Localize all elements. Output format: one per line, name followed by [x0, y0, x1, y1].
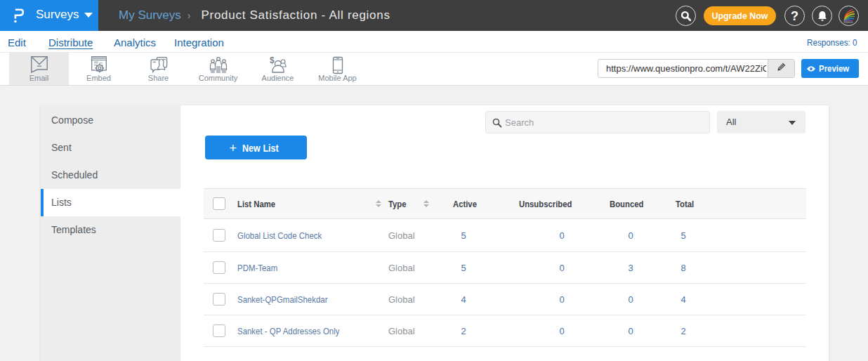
- svg-text:$: $: [270, 56, 275, 65]
